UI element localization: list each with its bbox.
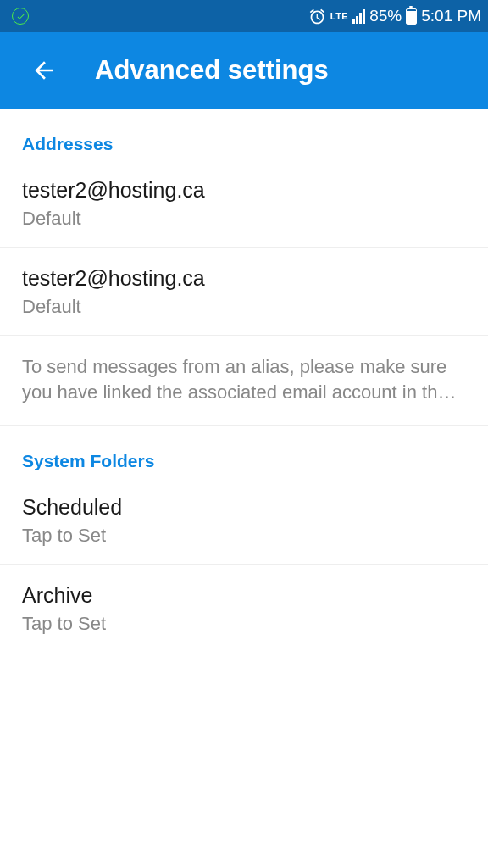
folder-item-scheduled[interactable]: Scheduled Tap to Set [0, 476, 488, 565]
addresses-helper-text: To send messages from an alias, please m… [0, 336, 488, 426]
battery-percent: 85% [369, 7, 402, 25]
arrow-back-icon [30, 57, 58, 84]
address-item[interactable]: tester2@hosting.ca Default [0, 159, 488, 248]
battery-icon [406, 8, 417, 25]
alarm-icon [308, 8, 326, 25]
back-button[interactable] [20, 47, 68, 94]
clock-time: 5:01 PM [421, 7, 481, 25]
folder-subtitle: Tap to Set [22, 525, 466, 547]
content: Addresses tester2@hosting.ca Default tes… [0, 108, 488, 652]
app-bar: Advanced settings [0, 32, 488, 108]
address-subtitle: Default [22, 208, 466, 230]
folder-title: Scheduled [22, 495, 466, 520]
status-right: LTE 85% 5:01 PM [308, 7, 481, 25]
network-type: LTE [330, 12, 348, 21]
section-header-system-folders: System Folders [0, 426, 488, 476]
signal-icon [352, 8, 365, 24]
folder-subtitle: Tap to Set [22, 613, 466, 635]
status-bar: LTE 85% 5:01 PM [0, 0, 488, 32]
folder-item-archive[interactable]: Archive Tap to Set [0, 565, 488, 652]
section-header-addresses: Addresses [0, 108, 488, 159]
page-title: Advanced settings [95, 55, 329, 86]
address-email: tester2@hosting.ca [22, 178, 466, 203]
address-subtitle: Default [22, 296, 466, 318]
check-circle-icon [12, 8, 29, 25]
address-email: tester2@hosting.ca [22, 266, 466, 291]
status-left [7, 8, 29, 25]
address-item[interactable]: tester2@hosting.ca Default [0, 248, 488, 336]
folder-title: Archive [22, 583, 466, 608]
